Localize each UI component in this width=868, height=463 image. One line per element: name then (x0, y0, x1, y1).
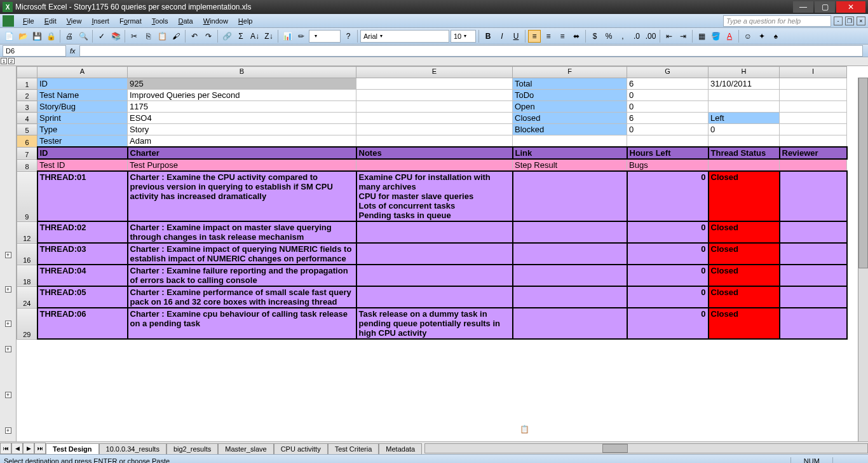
spreadsheet-grid[interactable]: A B E F G H I 1ID925Total631/10/2011 2Te… (17, 66, 868, 441)
inc-decimal-icon[interactable]: .0 (630, 30, 643, 43)
merge-icon[interactable]: ⬌ (570, 30, 583, 43)
paste-options-icon[interactable]: 📋 (520, 425, 529, 434)
help-icon[interactable]: ? (342, 30, 355, 43)
col-header[interactable]: E (356, 67, 513, 78)
menu-data[interactable]: Data (173, 16, 198, 26)
research-icon[interactable]: 📚 (109, 30, 122, 43)
menubar: File Edit View Insert Format Tools Data … (0, 14, 868, 28)
sort-desc-icon[interactable]: Z↓ (262, 30, 275, 43)
copy-icon[interactable]: ⎘ (142, 30, 154, 43)
select-all[interactable] (17, 67, 37, 78)
minimize-button[interactable]: — (793, 1, 813, 13)
sheet-tab[interactable]: Master_slave (218, 443, 273, 454)
permission-icon[interactable]: 🔒 (44, 30, 57, 43)
menu-help[interactable]: Help (233, 16, 258, 26)
col-header[interactable]: A (37, 67, 128, 78)
col-header[interactable]: B (128, 67, 356, 78)
align-left-icon[interactable]: ≡ (528, 30, 541, 43)
undo-icon[interactable]: ↶ (188, 30, 201, 43)
spell-icon[interactable]: ✓ (95, 30, 108, 43)
drawing-icon[interactable]: ✏ (295, 30, 308, 43)
percent-icon[interactable]: % (602, 30, 615, 43)
sheet-tab[interactable]: 10.0.0.34_results (99, 443, 166, 454)
col-header[interactable]: H (709, 67, 780, 78)
zoom-dropdown[interactable]: ▾ (309, 30, 341, 43)
paste-icon[interactable]: 📋 (156, 30, 168, 43)
underline-icon[interactable]: U (510, 30, 522, 43)
format-painter-icon[interactable]: 🖌 (170, 30, 182, 43)
standard-toolbar: 📄 📂 💾 🔒 🖨 🔍 ✓ 📚 ✂ ⎘ 📋 🖌 ↶ ↷ 🔗 Σ A↓ Z↓ 📊 … (0, 28, 868, 45)
menu-file[interactable]: File (18, 16, 39, 26)
close-button[interactable]: ✕ (836, 1, 865, 13)
inc-indent-icon[interactable]: ⇥ (677, 30, 689, 43)
doc-restore[interactable]: ❐ (845, 17, 854, 25)
borders-icon[interactable]: ▦ (695, 30, 708, 43)
redo-icon[interactable]: ↷ (202, 30, 215, 43)
sort-asc-icon[interactable]: A↓ (248, 30, 261, 43)
outline-level-1[interactable]: 1 (1, 58, 7, 64)
spade-icon[interactable]: ♠ (770, 30, 782, 43)
outline-header: 1 2 (0, 57, 868, 66)
sheet-tab[interactable]: Test Criteria (328, 443, 379, 454)
chart-icon[interactable]: 📊 (281, 30, 294, 43)
dec-indent-icon[interactable]: ⇤ (663, 30, 675, 43)
sheet-tab[interactable]: CPU activitty (274, 443, 328, 454)
menu-window[interactable]: Window (198, 16, 233, 26)
font-dropdown[interactable]: Arial▾ (360, 30, 449, 43)
save-icon[interactable]: 💾 (31, 30, 43, 43)
cut-icon[interactable]: ✂ (128, 30, 140, 43)
menu-tools[interactable]: Tools (147, 16, 173, 26)
horizontal-scrollbar[interactable] (424, 443, 868, 453)
maximize-button[interactable]: ▢ (815, 1, 835, 13)
tab-prev[interactable]: ◀ (11, 443, 23, 454)
app-icon[interactable] (3, 15, 14, 27)
help-search-box[interactable]: Type a question for help (723, 15, 831, 27)
sheet-tab[interactable]: Test Design (46, 443, 99, 454)
outline-expand[interactable]: + (5, 286, 11, 293)
fill-color-icon[interactable]: 🪣 (709, 30, 722, 43)
outline-expand[interactable]: + (5, 392, 11, 398)
dec-decimal-icon[interactable]: .00 (644, 30, 657, 43)
tab-next[interactable]: ▶ (23, 443, 34, 454)
italic-icon[interactable]: I (496, 30, 508, 43)
name-box[interactable]: D6 (3, 45, 66, 57)
font-color-icon[interactable]: A (723, 30, 736, 43)
open-icon[interactable]: 📂 (17, 30, 29, 43)
outline-expand[interactable]: + (5, 427, 11, 434)
sheet-tab[interactable]: Metadata (379, 443, 422, 454)
col-header[interactable]: I (780, 67, 847, 78)
doc-minimize[interactable]: - (834, 17, 843, 25)
menu-format[interactable]: Format (114, 16, 147, 26)
autosum-icon[interactable]: Σ (234, 30, 247, 43)
sheet-tab[interactable]: big2_results (166, 443, 218, 454)
col-header[interactable]: G (627, 67, 709, 78)
currency-icon[interactable]: $ (588, 30, 601, 43)
preview-icon[interactable]: 🔍 (77, 30, 90, 43)
fontsize-dropdown[interactable]: 10▾ (451, 30, 476, 43)
comma-icon[interactable]: , (616, 30, 629, 43)
new-icon[interactable]: 📄 (3, 30, 15, 43)
hyperlink-icon[interactable]: 🔗 (220, 30, 233, 43)
menu-edit[interactable]: Edit (39, 16, 62, 26)
fx-icon[interactable]: fx (70, 47, 76, 55)
menu-view[interactable]: View (62, 16, 87, 26)
emoji-icon[interactable]: ☺ (742, 30, 754, 43)
tab-first[interactable]: ⏮ (0, 443, 11, 454)
outline-expand[interactable]: + (5, 321, 11, 327)
doc-close[interactable]: × (857, 17, 865, 25)
bold-icon[interactable]: B (482, 30, 494, 43)
titlebar: X Microsoft Excel - Story1175 60 queries… (0, 0, 868, 14)
tab-last[interactable]: ⏭ (34, 443, 46, 454)
print-icon[interactable]: 🖨 (63, 30, 76, 43)
menu-insert[interactable]: Insert (86, 16, 114, 26)
star-icon[interactable]: ✦ (756, 30, 768, 43)
align-right-icon[interactable]: ≡ (556, 30, 569, 43)
outline-expand[interactable]: + (5, 252, 11, 258)
align-center-icon[interactable]: ≡ (542, 30, 555, 43)
outline-level-2[interactable]: 2 (8, 58, 15, 64)
window-title: Microsoft Excel - Story1175 60 queries p… (15, 3, 793, 11)
outline-expand[interactable]: + (5, 346, 11, 352)
col-header[interactable]: F (513, 67, 627, 78)
vertical-scrollbar[interactable] (858, 78, 868, 441)
formula-bar[interactable] (79, 45, 863, 57)
